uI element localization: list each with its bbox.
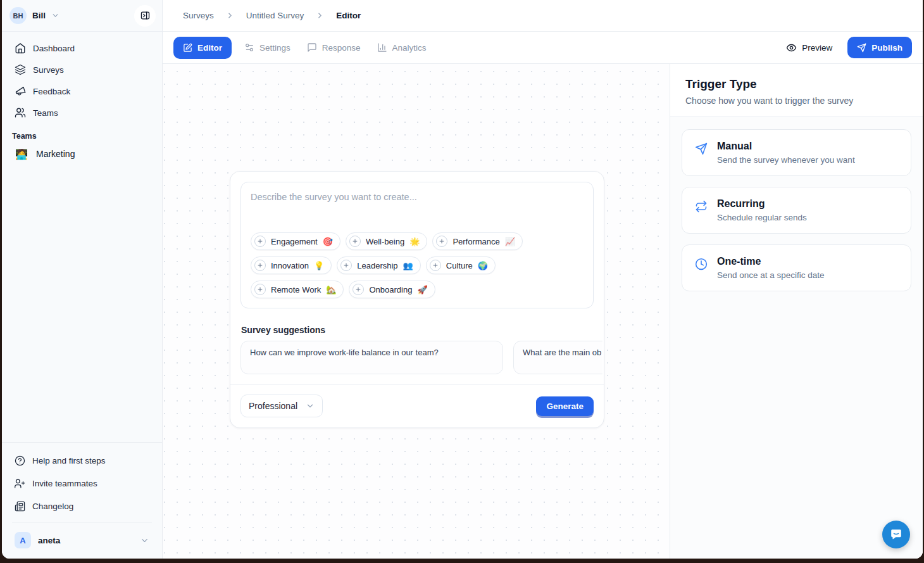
trigger-option-manual[interactable]: Manual Send the survey whenever you want [682, 129, 911, 176]
sidebar-item-label: Feedback [33, 87, 70, 96]
sidebar-item-dashboard[interactable]: Dashboard [9, 37, 154, 59]
topic-chips: Engagement 🎯 Well-being 🌟 Performance [251, 232, 584, 298]
tab-label: Settings [259, 43, 290, 53]
user-plus-icon [15, 478, 25, 489]
generate-button[interactable]: Generate [536, 396, 594, 416]
tab-editor[interactable]: Editor [173, 37, 232, 59]
chevron-down-icon [140, 536, 149, 545]
sidebar-item-label: Invite teammates [32, 479, 97, 488]
survey-composer-card: Describe the survey you want to create..… [230, 171, 604, 428]
topic-emoji: 🌍 [478, 261, 488, 270]
divider [12, 522, 152, 522]
plus-icon [353, 284, 364, 295]
option-description: Schedule regular sends [717, 213, 807, 222]
clock-icon [695, 258, 708, 280]
sidebar-item-label: Teams [33, 108, 58, 118]
editor-canvas: Describe the survey you want to create..… [163, 64, 670, 559]
preview-label: Preview [802, 43, 832, 53]
panel-header: Trigger Type Choose how you want to trig… [670, 64, 923, 117]
panel-body: Manual Send the survey whenever you want… [670, 117, 923, 559]
topic-chip-onboarding[interactable]: Onboarding 🚀 [349, 281, 435, 298]
chevron-right-icon [316, 11, 324, 20]
breadcrumb-untitled-survey[interactable]: Untitled Survey [246, 11, 304, 20]
message-icon [307, 42, 317, 53]
bar-chart-icon [377, 42, 387, 53]
breadcrumb-editor: Editor [336, 11, 361, 20]
plus-icon [254, 284, 266, 295]
workspace-name: Bill [32, 11, 46, 20]
app-window: BH Bill Dashboard Surveys [2, 0, 923, 559]
sidebar-item-help[interactable]: Help and first steps [9, 449, 154, 472]
topic-chip-leadership[interactable]: Leadership 👥 [337, 256, 421, 274]
trigger-option-one-time[interactable]: One-time Send once at a specific date [682, 244, 911, 291]
chevron-down-icon [306, 402, 315, 410]
option-description: Send once at a specific date [717, 270, 825, 280]
breadcrumb-surveys[interactable]: Surveys [183, 11, 214, 20]
account-menu[interactable]: A aneta [9, 527, 154, 554]
survey-description-input[interactable]: Describe the survey you want to create..… [240, 182, 594, 308]
sidebar: BH Bill Dashboard Surveys [2, 0, 163, 559]
tone-value: Professional [249, 401, 297, 411]
sidebar-item-team-marketing[interactable]: 🧑‍💻 Marketing [9, 143, 154, 165]
option-title: Recurring [717, 198, 807, 210]
chevron-down-icon [51, 11, 59, 20]
preview-button[interactable]: Preview [786, 42, 832, 53]
editor-toolbar: Editor Settings Response Analytics [163, 32, 923, 64]
sidebar-item-changelog[interactable]: Changelog [9, 495, 154, 517]
plus-icon [254, 236, 266, 247]
send-icon [857, 43, 866, 53]
publish-label: Publish [871, 43, 902, 53]
topic-emoji: 🏡 [326, 285, 336, 294]
workspace-avatar: BH [9, 7, 27, 24]
panel-title: Trigger Type [685, 77, 908, 91]
sidebar-item-feedback[interactable]: Feedback [9, 80, 154, 102]
topic-emoji: 💡 [314, 261, 324, 270]
account-avatar: A [15, 532, 31, 548]
suggestions-title: Survey suggestions [241, 325, 594, 335]
topic-chip-innovation[interactable]: Innovation 💡 [251, 256, 332, 274]
team-emoji: 🧑‍💻 [15, 148, 28, 160]
tab-response[interactable]: Response [307, 42, 361, 53]
topic-chip-well-being[interactable]: Well-being 🌟 [346, 232, 427, 250]
suggestions-row: How can we improve work-life balance in … [240, 341, 602, 374]
chat-bubble-icon [889, 528, 903, 541]
sidebar-collapse-button[interactable] [134, 5, 156, 27]
tab-label: Analytics [392, 43, 427, 53]
topic-chip-remote-work[interactable]: Remote Work 🏡 [251, 281, 344, 298]
repeat-icon [695, 200, 708, 222]
composer-footer: Professional Generate [230, 384, 604, 427]
send-icon [695, 142, 708, 165]
chat-launcher-button[interactable] [882, 521, 910, 548]
topic-chip-performance[interactable]: Performance 📈 [432, 232, 523, 250]
option-title: One-time [717, 256, 825, 267]
trigger-option-recurring[interactable]: Recurring Schedule regular sends [682, 187, 911, 234]
topic-chip-culture[interactable]: Culture 🌍 [426, 256, 496, 274]
publish-button[interactable]: Publish [847, 37, 912, 58]
eye-icon [786, 42, 797, 53]
sidebar-item-label: Dashboard [33, 44, 75, 53]
plus-icon [254, 260, 266, 271]
workspace-switcher[interactable]: BH Bill [2, 0, 162, 32]
chevron-right-icon [226, 11, 234, 20]
team-label: Marketing [36, 149, 75, 159]
account-name: aneta [38, 536, 60, 545]
layers-icon [15, 64, 26, 75]
topic-chip-engagement[interactable]: Engagement 🎯 [251, 232, 340, 250]
tone-select[interactable]: Professional [240, 395, 323, 417]
plus-icon [436, 236, 447, 247]
tab-analytics[interactable]: Analytics [377, 42, 427, 53]
tab-settings[interactable]: Settings [244, 42, 290, 53]
suggestion-card[interactable]: What are the main ob [513, 341, 602, 374]
panel-toggle-icon [140, 10, 151, 21]
sidebar-item-invite[interactable]: Invite teammates [9, 472, 154, 495]
panel-subtitle: Choose how you want to trigger the surve… [685, 96, 908, 106]
sidebar-item-surveys[interactable]: Surveys [9, 59, 154, 80]
teams-section-label: Teams [12, 132, 152, 141]
topic-emoji: 👥 [403, 261, 413, 270]
suggestion-card[interactable]: How can we improve work-life balance in … [240, 341, 503, 374]
newspaper-icon [15, 501, 25, 512]
sidebar-item-teams[interactable]: Teams [9, 102, 154, 123]
topic-emoji: 🚀 [417, 285, 427, 294]
option-title: Manual [717, 141, 855, 152]
breadcrumb: Surveys Untitled Survey Editor [163, 0, 923, 32]
